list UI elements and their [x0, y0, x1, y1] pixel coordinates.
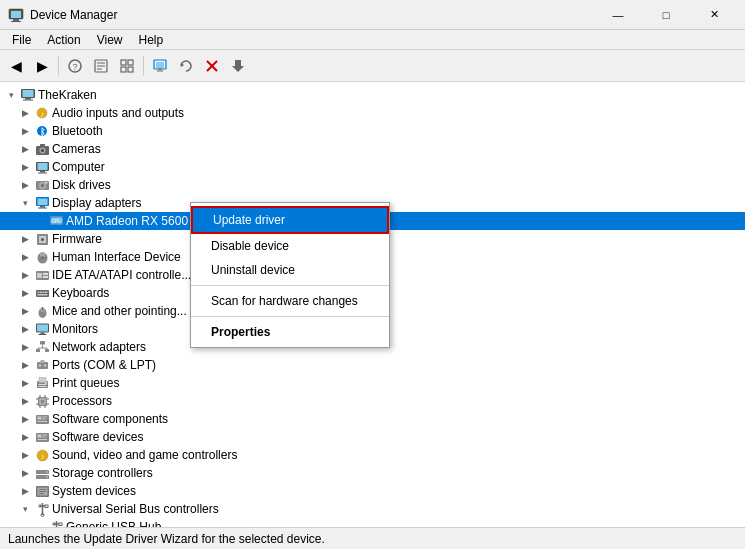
toolbar-help[interactable]: ?	[63, 54, 87, 78]
svg-point-115	[46, 476, 48, 478]
expand-usb[interactable]: ▾	[18, 502, 32, 516]
audio-label: Audio inputs and outputs	[52, 106, 184, 120]
monitors-icon	[34, 321, 50, 337]
expand-firmware[interactable]: ▶	[18, 232, 32, 246]
display-icon	[34, 195, 50, 211]
usbhub1-label: Generic USB Hub	[66, 520, 161, 527]
menu-view[interactable]: View	[89, 31, 131, 49]
toolbar-forward[interactable]: ▶	[30, 54, 54, 78]
expand-keyboards[interactable]: ▶	[18, 286, 32, 300]
maximize-button[interactable]: □	[643, 0, 689, 30]
expand-hid[interactable]: ▶	[18, 250, 32, 264]
menu-help[interactable]: Help	[131, 31, 172, 49]
ctx-disable-device[interactable]: Disable device	[191, 234, 389, 258]
toolbar-update[interactable]	[174, 54, 198, 78]
audio-icon: ♪	[34, 105, 50, 121]
tree-bluetooth[interactable]: ▶ ᛒ Bluetooth	[0, 122, 745, 140]
svg-rect-70	[37, 324, 48, 331]
svg-rect-120	[39, 493, 44, 494]
expand-ports[interactable]: ▶	[18, 358, 32, 372]
toolbar-display[interactable]	[148, 54, 172, 78]
toolbar-expand[interactable]	[115, 54, 139, 78]
amd-label: AMD Radeon RX 5600 XT	[66, 214, 207, 228]
svg-rect-25	[23, 100, 33, 101]
ctx-uninstall-device[interactable]: Uninstall device	[191, 258, 389, 282]
ports-icon	[34, 357, 50, 373]
svg-rect-43	[37, 198, 47, 205]
ports-label: Ports (COM & LPT)	[52, 358, 156, 372]
keyboards-label: Keyboards	[52, 286, 109, 300]
tree-usb[interactable]: ▾ Universal Serial Bus controllers	[0, 500, 745, 518]
ctx-update-driver[interactable]: Update driver	[191, 206, 389, 234]
close-button[interactable]: ✕	[691, 0, 737, 30]
expand-system[interactable]: ▶	[18, 484, 32, 498]
expand-monitors[interactable]: ▶	[18, 322, 32, 336]
expand-print[interactable]: ▶	[18, 376, 32, 390]
tree-print[interactable]: ▶ Print queues	[0, 374, 745, 392]
expand-softwaredev[interactable]: ▶	[18, 430, 32, 444]
expand-computer[interactable]: ▶	[18, 160, 32, 174]
menu-action[interactable]: Action	[39, 31, 88, 49]
cameras-label: Cameras	[52, 142, 101, 156]
expand-mice[interactable]: ▶	[18, 304, 32, 318]
svg-rect-59	[43, 276, 48, 278]
expand-processors[interactable]: ▶	[18, 394, 32, 408]
disk-label: Disk drives	[52, 178, 111, 192]
tree-root[interactable]: ▾ TheKraken	[0, 86, 745, 104]
expand-softwarecomp[interactable]: ▶	[18, 412, 32, 426]
svg-point-40	[41, 184, 44, 187]
svg-rect-103	[42, 418, 45, 419]
tree-processors[interactable]: ▶ Processors	[0, 392, 745, 410]
svg-rect-10	[121, 60, 126, 65]
expand-storage[interactable]: ▶	[18, 466, 32, 480]
ctx-scan-hardware[interactable]: Scan for hardware changes	[191, 289, 389, 313]
svg-rect-1	[11, 11, 21, 18]
system-icon	[34, 483, 50, 499]
svg-rect-12	[121, 67, 126, 72]
svg-rect-11	[128, 60, 133, 65]
expand-audio[interactable]: ▶	[18, 106, 32, 120]
app-icon	[8, 7, 24, 23]
expand-network[interactable]: ▶	[18, 340, 32, 354]
ctx-sep2	[191, 316, 389, 317]
expand-ide[interactable]: ▶	[18, 268, 32, 282]
expand-sound[interactable]: ▶	[18, 448, 32, 462]
expand-cameras[interactable]: ▶	[18, 142, 32, 156]
toolbar-scan[interactable]	[89, 54, 113, 78]
minimize-button[interactable]: —	[595, 0, 641, 30]
toolbar-back[interactable]: ◀	[4, 54, 28, 78]
svg-text:?: ?	[72, 62, 77, 72]
svg-rect-44	[40, 206, 45, 208]
expand-disk[interactable]: ▶	[18, 178, 32, 192]
tree-computer[interactable]: ▶ Computer	[0, 158, 745, 176]
tree-softwarecomp[interactable]: ▶ Software components	[0, 410, 745, 428]
svg-rect-123	[45, 505, 48, 508]
svg-rect-118	[39, 489, 46, 490]
tree-ports[interactable]: ▶ Ports (COM & LPT)	[0, 356, 745, 374]
tree-sound[interactable]: ▶ ♪ Sound, video and game controllers	[0, 446, 745, 464]
storage-icon	[34, 465, 50, 481]
mice-icon	[34, 303, 50, 319]
svg-rect-72	[38, 334, 46, 335]
menu-file[interactable]: File	[4, 31, 39, 49]
svg-point-51	[41, 238, 44, 241]
tree-usbhub1[interactable]: Generic USB Hub	[0, 518, 745, 527]
tree-audio[interactable]: ▶ ♪ Audio inputs and outputs	[0, 104, 745, 122]
svg-point-81	[38, 364, 40, 366]
svg-rect-36	[40, 171, 45, 173]
context-menu: Update driver Disable device Uninstall d…	[190, 202, 390, 348]
expand-bluetooth[interactable]: ▶	[18, 124, 32, 138]
expand-root[interactable]: ▾	[4, 88, 18, 102]
status-bar: Launches the Update Driver Wizard for th…	[0, 527, 745, 549]
tree-cameras[interactable]: ▶ Cameras	[0, 140, 745, 158]
toolbar-remove[interactable]	[200, 54, 224, 78]
tree-storage[interactable]: ▶ Storage controllers	[0, 464, 745, 482]
toolbar-download[interactable]	[226, 54, 250, 78]
ctx-properties[interactable]: Properties	[191, 320, 389, 344]
expand-display[interactable]: ▾	[18, 196, 32, 210]
tree-system[interactable]: ▶ System devices	[0, 482, 745, 500]
tree-softwaredev[interactable]: ▶ Software devices	[0, 428, 745, 446]
processors-label: Processors	[52, 394, 112, 408]
tree-disk[interactable]: ▶ Disk drives	[0, 176, 745, 194]
softwarecomp-icon	[34, 411, 50, 427]
